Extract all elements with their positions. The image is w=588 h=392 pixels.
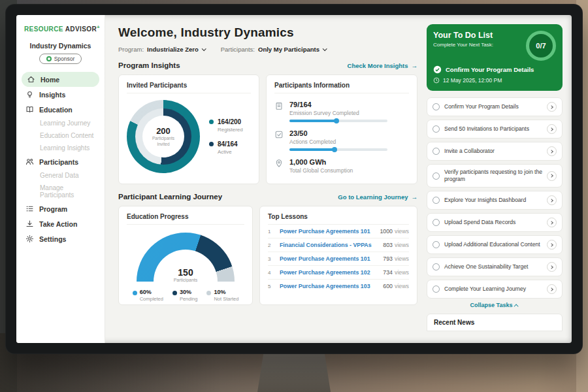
program-filter-label: Program:: [118, 46, 144, 53]
todo-next-task[interactable]: Confirm Your Program Details: [433, 65, 556, 74]
sponsor-icon: [46, 56, 52, 61]
page-title: Welcome, Industry Dynamics: [118, 25, 417, 40]
go-to-learning-journey-link[interactable]: Go to Learning Journey →: [338, 193, 417, 201]
gauge-center-value: 150: [137, 267, 235, 278]
collapse-tasks-link[interactable]: Collapse Tasks: [427, 302, 563, 308]
chevron-right-icon: [549, 199, 553, 203]
task-checkbox[interactable]: [433, 172, 440, 180]
task-chevron-button[interactable]: [547, 171, 557, 181]
emission-survey-progress-bar: [289, 120, 387, 122]
legend-item-pending: 30% Pending: [172, 289, 198, 302]
sidebar-item-program[interactable]: Program: [16, 201, 105, 216]
task-chevron-button[interactable]: [547, 124, 557, 134]
legend-item-not-started: 10% Not Started: [206, 289, 238, 302]
participants-select[interactable]: Only My Participants: [258, 46, 326, 53]
task-row-send-invitations[interactable]: Send 50 Invitations to Participants: [427, 120, 563, 139]
sidebar-item-home[interactable]: Home: [22, 72, 99, 87]
program-insights-header: Program Insights Check More Insights →: [118, 61, 417, 69]
check-more-insights-link[interactable]: Check More Insights →: [348, 62, 417, 69]
chevron-right-icon: [549, 221, 553, 225]
task-checkbox[interactable]: [433, 103, 440, 110]
lesson-link[interactable]: Power Purchase Agreements 102: [280, 269, 378, 276]
insights-icon: [25, 90, 34, 99]
todo-next-time: 12 May 2025, 12:00 PM: [433, 77, 556, 84]
sidebar-item-take-action[interactable]: Take Action: [16, 216, 105, 231]
sidebar-item-learning-insights[interactable]: Learning Insights: [16, 142, 105, 154]
book-icon: [25, 105, 34, 114]
participants-information-card: Participants Information 79/164 Emission…: [266, 74, 417, 184]
sidebar-item-participants[interactable]: Participants: [16, 154, 105, 169]
sidebar-item-settings[interactable]: Settings: [16, 231, 105, 246]
sponsor-label: Sponsor: [54, 56, 75, 62]
legend-dot: [172, 291, 177, 295]
task-chevron-button[interactable]: [547, 146, 557, 156]
clock-icon: [433, 77, 440, 84]
download-icon: [25, 220, 34, 228]
card-title: Top Lessons: [268, 213, 409, 225]
program-insights-cards: Invited Participants 200 Participants In…: [118, 74, 417, 184]
chevron-right-icon: [549, 105, 553, 109]
sidebar-item-manage-participants[interactable]: Manage Participants: [16, 182, 105, 201]
task-checkbox[interactable]: [433, 263, 440, 270]
task-checkbox[interactable]: [433, 286, 440, 293]
checklist-icon: [274, 130, 284, 139]
sidebar-item-learning-journey[interactable]: Learning Journey: [16, 117, 105, 129]
sidebar-nav: Home Insights Education Learning Journey…: [16, 72, 105, 246]
task-checkbox[interactable]: [433, 125, 440, 133]
task-checkbox[interactable]: [433, 197, 440, 204]
legend-dot: [133, 291, 137, 295]
main-content: Welcome, Industry Dynamics Program: Indu…: [105, 15, 425, 343]
task-chevron-button[interactable]: [547, 284, 557, 294]
task-row-achieve-sustainability-target[interactable]: Achieve One Sustainability Target: [427, 257, 563, 276]
lesson-link[interactable]: Power Purchase Agreements 103: [280, 283, 378, 289]
gear-icon: [25, 235, 34, 243]
program-select[interactable]: Industrialize Zero: [147, 46, 205, 53]
task-row-invite-collaborator[interactable]: Invite a Collaborator: [427, 142, 563, 161]
task-chevron-button[interactable]: [547, 240, 557, 250]
task-checkbox[interactable]: [433, 241, 440, 248]
legend-dot: [209, 120, 214, 124]
task-checkbox[interactable]: [433, 219, 440, 226]
legend-dot: [209, 142, 214, 146]
chevron-right-icon: [549, 287, 553, 291]
lesson-row: 3 Power Purchase Agreements 101 793views: [268, 252, 409, 266]
check-circle-icon: [433, 65, 442, 74]
stat-emission-survey: 79/164 Emission Survey Completed: [274, 101, 409, 122]
todo-summary-card: Your To Do List Complete Your Next Task:…: [427, 24, 563, 91]
sidebar-item-general-data[interactable]: General Data: [16, 169, 105, 182]
task-row-verify-participants[interactable]: Verify participants requesting to join t…: [427, 164, 563, 188]
gauge-center-label: Participants: [137, 278, 235, 282]
donut-legend: 164/200 Registered 84/164 Active: [209, 118, 243, 155]
todo-title: Your To Do List: [433, 31, 493, 40]
chevron-right-icon: [549, 243, 553, 247]
sponsor-badge: Sponsor: [39, 54, 82, 64]
task-row-upload-spend-data[interactable]: Upload Spend Data Records: [427, 213, 563, 232]
task-row-complete-learning-journey[interactable]: Complete Your Learning Journey: [427, 280, 563, 299]
task-row-explore-insights[interactable]: Explore Your Insights Dashboard: [427, 191, 563, 210]
task-checkbox[interactable]: [433, 148, 440, 155]
task-row-confirm-program[interactable]: Confirm Your Program Details: [427, 97, 563, 116]
location-pin-icon: [274, 159, 284, 168]
people-icon: [25, 157, 34, 166]
sidebar: RESOURCE ADVISOR+ Industry Dynamics Spon…: [16, 15, 105, 343]
lesson-link[interactable]: Financial Considerations - VPPAs: [280, 242, 378, 248]
lesson-link[interactable]: Power Purchase Agreements 101: [280, 255, 378, 262]
task-chevron-button[interactable]: [547, 195, 557, 205]
sidebar-item-education[interactable]: Education: [16, 102, 105, 117]
task-chevron-button[interactable]: [547, 218, 557, 227]
learning-journey-cards: Education Progress 150 Participants 60%: [118, 206, 417, 305]
lesson-link[interactable]: Power Purchase Agreements 101: [280, 228, 375, 235]
chevron-down-icon: [323, 46, 327, 51]
task-row-upload-educational-content[interactable]: Upload Additional Educational Content: [427, 235, 563, 254]
section-title: Program Insights: [118, 61, 180, 69]
brand-secondary: ADVISOR: [65, 25, 97, 33]
invited-participants-donut-chart: 200 Participants Invited: [127, 100, 200, 173]
todo-panel: Your To Do List Complete Your Next Task:…: [425, 15, 572, 343]
sidebar-item-insights[interactable]: Insights: [16, 87, 105, 102]
sidebar-item-education-content[interactable]: Education Content: [16, 129, 105, 142]
brand-logo: RESOURCE ADVISOR+: [16, 23, 105, 34]
task-chevron-button[interactable]: [547, 262, 557, 272]
todo-progress-ring: 0/7: [526, 31, 556, 61]
lesson-row: 4 Power Purchase Agreements 102 734views: [268, 266, 409, 280]
task-chevron-button[interactable]: [547, 102, 557, 112]
